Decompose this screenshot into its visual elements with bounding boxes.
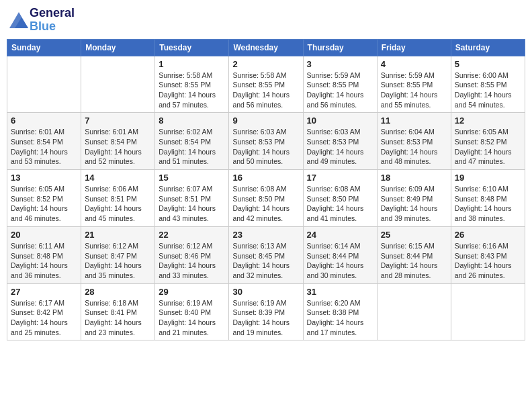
calendar-cell: 22Sunrise: 6:12 AM Sunset: 8:46 PM Dayli… bbox=[155, 226, 229, 283]
calendar-cell bbox=[7, 56, 81, 113]
weekday-header-tuesday: Tuesday bbox=[155, 39, 229, 56]
day-number: 11 bbox=[381, 116, 447, 126]
calendar-cell: 27Sunrise: 6:17 AM Sunset: 8:42 PM Dayli… bbox=[7, 283, 81, 340]
day-number: 25 bbox=[381, 230, 447, 240]
day-detail: Sunrise: 6:15 AM Sunset: 8:44 PM Dayligh… bbox=[381, 241, 447, 281]
day-number: 15 bbox=[159, 173, 225, 183]
day-detail: Sunrise: 6:12 AM Sunset: 8:47 PM Dayligh… bbox=[85, 241, 151, 281]
day-number: 30 bbox=[232, 287, 299, 297]
calendar-cell: 30Sunrise: 6:19 AM Sunset: 8:39 PM Dayli… bbox=[229, 283, 303, 340]
day-detail: Sunrise: 6:08 AM Sunset: 8:50 PM Dayligh… bbox=[307, 184, 373, 224]
day-detail: Sunrise: 6:03 AM Sunset: 8:53 PM Dayligh… bbox=[307, 127, 373, 167]
calendar-cell bbox=[81, 56, 155, 113]
calendar-cell: 11Sunrise: 6:04 AM Sunset: 8:53 PM Dayli… bbox=[377, 113, 451, 170]
day-number: 22 bbox=[159, 230, 225, 240]
day-detail: Sunrise: 6:05 AM Sunset: 8:52 PM Dayligh… bbox=[11, 184, 77, 224]
calendar-cell: 10Sunrise: 6:03 AM Sunset: 8:53 PM Dayli… bbox=[303, 113, 377, 170]
day-number: 1 bbox=[159, 59, 225, 69]
day-detail: Sunrise: 6:10 AM Sunset: 8:48 PM Dayligh… bbox=[455, 184, 521, 224]
weekday-header-wednesday: Wednesday bbox=[229, 39, 303, 56]
calendar-cell: 2Sunrise: 5:58 AM Sunset: 8:55 PM Daylig… bbox=[229, 56, 303, 113]
day-detail: Sunrise: 6:03 AM Sunset: 8:53 PM Dayligh… bbox=[232, 127, 299, 167]
calendar-cell: 4Sunrise: 5:59 AM Sunset: 8:55 PM Daylig… bbox=[377, 56, 451, 113]
day-number: 4 bbox=[381, 59, 447, 69]
day-detail: Sunrise: 6:06 AM Sunset: 8:51 PM Dayligh… bbox=[85, 184, 151, 224]
calendar-cell: 25Sunrise: 6:15 AM Sunset: 8:44 PM Dayli… bbox=[377, 226, 451, 283]
day-detail: Sunrise: 5:58 AM Sunset: 8:55 PM Dayligh… bbox=[159, 71, 225, 110]
day-number: 8 bbox=[159, 116, 225, 126]
day-detail: Sunrise: 6:01 AM Sunset: 8:54 PM Dayligh… bbox=[85, 127, 151, 167]
day-detail: Sunrise: 6:11 AM Sunset: 8:48 PM Dayligh… bbox=[11, 241, 77, 281]
day-detail: Sunrise: 6:13 AM Sunset: 8:45 PM Dayligh… bbox=[232, 241, 299, 281]
day-number: 7 bbox=[85, 116, 151, 126]
day-detail: Sunrise: 6:05 AM Sunset: 8:52 PM Dayligh… bbox=[455, 127, 521, 167]
calendar-cell: 6Sunrise: 6:01 AM Sunset: 8:54 PM Daylig… bbox=[7, 113, 81, 170]
day-number: 12 bbox=[455, 116, 521, 126]
calendar-cell: 8Sunrise: 6:02 AM Sunset: 8:54 PM Daylig… bbox=[155, 113, 229, 170]
calendar-cell: 28Sunrise: 6:18 AM Sunset: 8:41 PM Dayli… bbox=[81, 283, 155, 340]
day-number: 14 bbox=[85, 173, 151, 183]
day-detail: Sunrise: 6:17 AM Sunset: 8:42 PM Dayligh… bbox=[11, 298, 77, 338]
day-number: 16 bbox=[232, 173, 299, 183]
day-detail: Sunrise: 6:09 AM Sunset: 8:49 PM Dayligh… bbox=[381, 184, 447, 224]
day-number: 17 bbox=[307, 173, 373, 183]
day-number: 27 bbox=[11, 287, 77, 297]
day-number: 2 bbox=[232, 59, 299, 69]
day-detail: Sunrise: 5:58 AM Sunset: 8:55 PM Dayligh… bbox=[232, 71, 299, 110]
calendar-cell: 21Sunrise: 6:12 AM Sunset: 8:47 PM Dayli… bbox=[81, 226, 155, 283]
day-detail: Sunrise: 6:02 AM Sunset: 8:54 PM Dayligh… bbox=[159, 127, 225, 167]
day-detail: Sunrise: 6:19 AM Sunset: 8:39 PM Dayligh… bbox=[232, 298, 299, 338]
day-detail: Sunrise: 6:18 AM Sunset: 8:41 PM Dayligh… bbox=[85, 298, 151, 338]
day-number: 18 bbox=[381, 173, 447, 183]
day-number: 6 bbox=[11, 116, 77, 126]
calendar-cell: 1Sunrise: 5:58 AM Sunset: 8:55 PM Daylig… bbox=[155, 56, 229, 113]
calendar-cell: 18Sunrise: 6:09 AM Sunset: 8:49 PM Dayli… bbox=[377, 170, 451, 227]
day-detail: Sunrise: 5:59 AM Sunset: 8:55 PM Dayligh… bbox=[381, 71, 447, 110]
calendar-cell: 24Sunrise: 6:14 AM Sunset: 8:44 PM Dayli… bbox=[303, 226, 377, 283]
calendar-cell: 29Sunrise: 6:19 AM Sunset: 8:40 PM Dayli… bbox=[155, 283, 229, 340]
logo-text: General Blue bbox=[30, 7, 75, 34]
calendar-cell: 31Sunrise: 6:20 AM Sunset: 8:38 PM Dayli… bbox=[303, 283, 377, 340]
calendar-table: SundayMondayTuesdayWednesdayThursdayFrid… bbox=[7, 39, 525, 341]
calendar-cell: 23Sunrise: 6:13 AM Sunset: 8:45 PM Dayli… bbox=[229, 226, 303, 283]
day-number: 9 bbox=[232, 116, 299, 126]
day-detail: Sunrise: 6:01 AM Sunset: 8:54 PM Dayligh… bbox=[11, 127, 77, 167]
day-number: 31 bbox=[307, 287, 373, 297]
day-detail: Sunrise: 6:07 AM Sunset: 8:51 PM Dayligh… bbox=[159, 184, 225, 224]
calendar-cell: 20Sunrise: 6:11 AM Sunset: 8:48 PM Dayli… bbox=[7, 226, 81, 283]
day-number: 23 bbox=[232, 230, 299, 240]
calendar-cell: 13Sunrise: 6:05 AM Sunset: 8:52 PM Dayli… bbox=[7, 170, 81, 227]
calendar-cell: 15Sunrise: 6:07 AM Sunset: 8:51 PM Dayli… bbox=[155, 170, 229, 227]
day-number: 26 bbox=[455, 230, 521, 240]
calendar-cell: 14Sunrise: 6:06 AM Sunset: 8:51 PM Dayli… bbox=[81, 170, 155, 227]
day-number: 3 bbox=[307, 59, 373, 69]
day-number: 5 bbox=[455, 59, 521, 69]
day-number: 24 bbox=[307, 230, 373, 240]
calendar-cell: 12Sunrise: 6:05 AM Sunset: 8:52 PM Dayli… bbox=[451, 113, 525, 170]
calendar-cell: 19Sunrise: 6:10 AM Sunset: 8:48 PM Dayli… bbox=[451, 170, 525, 227]
day-detail: Sunrise: 6:20 AM Sunset: 8:38 PM Dayligh… bbox=[307, 298, 373, 338]
calendar-cell: 7Sunrise: 6:01 AM Sunset: 8:54 PM Daylig… bbox=[81, 113, 155, 170]
weekday-header-monday: Monday bbox=[81, 39, 155, 56]
page-header: General Blue bbox=[7, 7, 525, 34]
day-number: 20 bbox=[11, 230, 77, 240]
day-detail: Sunrise: 6:04 AM Sunset: 8:53 PM Dayligh… bbox=[381, 127, 447, 167]
day-detail: Sunrise: 6:00 AM Sunset: 8:55 PM Dayligh… bbox=[455, 71, 521, 110]
day-number: 10 bbox=[307, 116, 373, 126]
day-number: 28 bbox=[85, 287, 151, 297]
day-number: 29 bbox=[159, 287, 225, 297]
calendar-cell bbox=[377, 283, 451, 340]
day-detail: Sunrise: 6:12 AM Sunset: 8:46 PM Dayligh… bbox=[159, 241, 225, 281]
weekday-header-thursday: Thursday bbox=[303, 39, 377, 56]
calendar-cell: 17Sunrise: 6:08 AM Sunset: 8:50 PM Dayli… bbox=[303, 170, 377, 227]
day-detail: Sunrise: 6:16 AM Sunset: 8:43 PM Dayligh… bbox=[455, 241, 521, 281]
day-detail: Sunrise: 6:14 AM Sunset: 8:44 PM Dayligh… bbox=[307, 241, 373, 281]
calendar-cell: 26Sunrise: 6:16 AM Sunset: 8:43 PM Dayli… bbox=[451, 226, 525, 283]
weekday-header-saturday: Saturday bbox=[451, 39, 525, 56]
calendar-cell: 3Sunrise: 5:59 AM Sunset: 8:55 PM Daylig… bbox=[303, 56, 377, 113]
calendar-cell bbox=[451, 283, 525, 340]
calendar-cell: 9Sunrise: 6:03 AM Sunset: 8:53 PM Daylig… bbox=[229, 113, 303, 170]
day-number: 13 bbox=[11, 173, 77, 183]
weekday-header-sunday: Sunday bbox=[7, 39, 81, 56]
calendar-cell: 16Sunrise: 6:08 AM Sunset: 8:50 PM Dayli… bbox=[229, 170, 303, 227]
